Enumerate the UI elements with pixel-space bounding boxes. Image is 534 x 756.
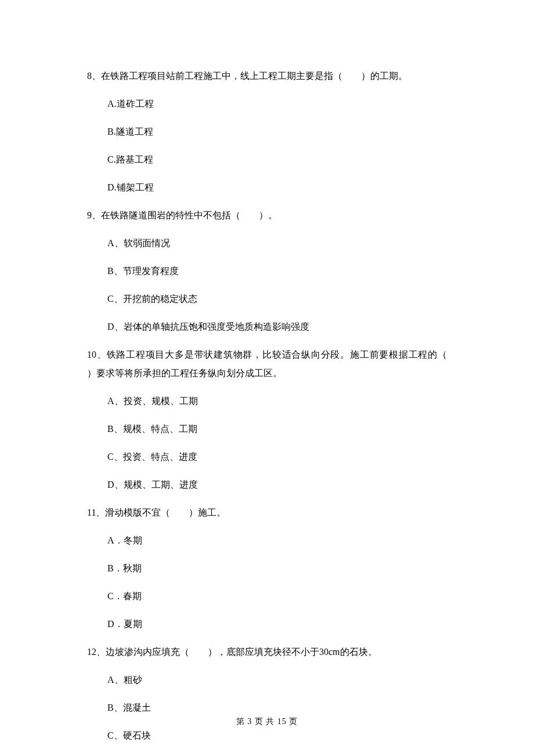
option-b: B、规模、特点、工期 <box>107 420 447 438</box>
option-a: A、粗砂 <box>107 671 447 689</box>
blank-paren <box>240 210 259 220</box>
options-list: A、软弱面情况 B、节理发育程度 C、开挖前的稳定状态 D、岩体的单轴抗压饱和强… <box>87 234 447 336</box>
page-footer: 第 3 页 共 15 页 <box>0 715 534 728</box>
question-stem: 12、边坡渗沟内应填充（ ），底部应填充块径不小于30cm的石块。 <box>87 643 447 661</box>
stem-text-after: ）施工。 <box>189 507 226 517</box>
option-c: C、硬石块 <box>107 726 447 745</box>
option-b: B.隧道工程 <box>107 123 447 141</box>
stem-text-before: 12、边坡渗沟内应填充（ <box>87 647 189 657</box>
question-10: 10、铁路工程项目大多是带状建筑物群，比较适合纵向分段。施工前要根据工程的（ ）… <box>87 345 447 494</box>
option-d: D、规模、工期、进度 <box>107 476 447 494</box>
stem-text-after: ），底部应填充块径不小于30cm的石块。 <box>208 647 377 657</box>
question-12: 12、边坡渗沟内应填充（ ），底部应填充块径不小于30cm的石块。 A、粗砂 B… <box>87 643 447 745</box>
option-c: C．春期 <box>107 587 447 606</box>
question-stem: 8、在铁路工程项目站前工程施工中，线上工程工期主要是指（ ）的工期。 <box>87 67 447 85</box>
question-9: 9、在铁路隧道围岩的特性中不包括（ ）。 A、软弱面情况 B、节理发育程度 C、… <box>87 206 447 336</box>
option-a: A、投资、规模、工期 <box>107 392 447 411</box>
option-a: A.道砟工程 <box>107 95 447 113</box>
option-d: D.铺架工程 <box>107 178 447 197</box>
question-stem: 11、滑动模版不宜（ ）施工。 <box>87 503 447 522</box>
option-c: C.路基工程 <box>107 150 447 169</box>
option-b: B．秋期 <box>107 559 447 578</box>
option-c: C、开挖前的稳定状态 <box>107 290 447 308</box>
option-a: A．冬期 <box>107 531 447 550</box>
blank-paren <box>447 350 466 359</box>
option-b: B、混凝土 <box>107 699 447 717</box>
stem-text-after: ）。 <box>259 210 277 220</box>
question-stem: 10、铁路工程项目大多是带状建筑物群，比较适合纵向分段。施工前要根据工程的（ ）… <box>87 345 447 383</box>
option-d: D．夏期 <box>107 615 447 633</box>
question-11: 11、滑动模版不宜（ ）施工。 A．冬期 B．秋期 C．春期 D．夏期 <box>87 503 447 633</box>
option-c: C、投资、特点、进度 <box>107 448 447 466</box>
stem-text-before: 11、滑动模版不宜（ <box>87 507 170 517</box>
option-d: D、岩体的单轴抗压饱和强度受地质构造影响强度 <box>107 318 447 336</box>
option-b: B、节理发育程度 <box>107 262 447 280</box>
option-a: A、软弱面情况 <box>107 234 447 253</box>
options-list: A、粗砂 B、混凝土 C、硬石块 <box>87 671 447 745</box>
stem-text-before: 8、在铁路工程项目站前工程施工中，线上工程工期主要是指（ <box>87 71 342 81</box>
options-list: A.道砟工程 B.隧道工程 C.路基工程 D.铺架工程 <box>87 95 447 197</box>
blank-paren <box>342 71 361 81</box>
question-8: 8、在铁路工程项目站前工程施工中，线上工程工期主要是指（ ）的工期。 A.道砟工… <box>87 67 447 197</box>
stem-text-before: 10、铁路工程项目大多是带状建筑物群，比较适合纵向分段。施工前要根据工程的（ <box>87 350 447 359</box>
stem-text-after: ）要求等将所承担的工程任务纵向划分成工区。 <box>87 368 282 378</box>
stem-text-before: 9、在铁路隧道围岩的特性中不包括（ <box>87 210 240 220</box>
blank-paren <box>189 647 208 657</box>
options-list: A．冬期 B．秋期 C．春期 D．夏期 <box>87 531 447 633</box>
options-list: A、投资、规模、工期 B、规模、特点、工期 C、投资、特点、进度 D、规模、工期… <box>87 392 447 494</box>
question-stem: 9、在铁路隧道围岩的特性中不包括（ ）。 <box>87 206 447 225</box>
stem-text-after: ）的工期。 <box>361 71 407 81</box>
blank-paren <box>170 507 189 517</box>
page-content: 8、在铁路工程项目站前工程施工中，线上工程工期主要是指（ ）的工期。 A.道砟工… <box>0 0 534 745</box>
